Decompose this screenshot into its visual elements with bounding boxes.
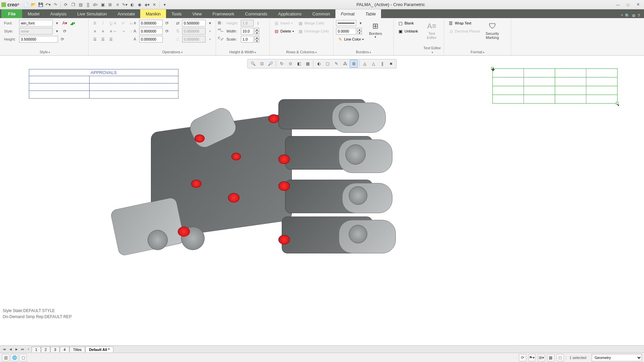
indent-dec-button[interactable]: ⇤: [111, 27, 119, 35]
line-style-preview[interactable]: [336, 20, 356, 26]
tab-view[interactable]: View: [187, 9, 207, 18]
align-left-button[interactable]: ≡: [91, 27, 99, 35]
display-style-icon[interactable]: ◐: [315, 60, 323, 68]
wrap-text-button[interactable]: ☰ Wrap Text: [447, 19, 482, 27]
grid-icon[interactable]: ▦: [547, 354, 554, 361]
merge-cells-button[interactable]: ▦ Merge Cells: [297, 19, 330, 27]
help-icon[interactable]: ?: [638, 13, 640, 18]
security-marking-button[interactable]: 🛡 Security Marking: [483, 19, 502, 41]
zoom-in-icon[interactable]: 🔍: [249, 60, 257, 68]
annot-display-icon[interactable]: ✎: [332, 60, 340, 68]
selection-filter-select[interactable]: Geometry: [592, 354, 642, 361]
sheet-add-button[interactable]: +: [25, 346, 32, 352]
super-button[interactable]: x²: [119, 19, 127, 27]
tree-toggle-icon[interactable]: 🌐: [11, 354, 18, 361]
group-label-rc[interactable]: Rows & Columns: [272, 49, 330, 55]
tab-model[interactable]: Model: [22, 9, 45, 18]
margin-v-input[interactable]: [182, 28, 206, 35]
maximize-button[interactable]: □: [623, 1, 633, 8]
borders-button[interactable]: ⊞ Borders ▾: [366, 19, 385, 40]
char-spacing-input[interactable]: [139, 28, 163, 35]
indent-inc-button[interactable]: ⇥: [119, 27, 127, 35]
blank-button[interactable]: ▢ Blank: [396, 19, 419, 27]
tab-common[interactable]: Common: [307, 9, 335, 18]
zoom-out-icon[interactable]: 🔎: [267, 60, 275, 68]
csys-display-icon[interactable]: ⊞: [350, 60, 358, 68]
qat-refit-icon[interactable]: ⊞: [107, 1, 113, 8]
hw-scale-input[interactable]: [241, 36, 254, 43]
align-center-button[interactable]: ≡: [99, 27, 107, 35]
pause-icon[interactable]: ‖: [378, 60, 386, 68]
tab-tools[interactable]: Tools: [166, 9, 187, 18]
qat-save-icon[interactable]: 💾: [37, 1, 44, 8]
selected-table[interactable]: ✥ ↘: [492, 68, 617, 103]
font-select[interactable]: [19, 20, 53, 26]
sheet-first-icon[interactable]: ⏮: [1, 346, 7, 352]
graphics-canvas[interactable]: APPROVALS ✥ ↘: [0, 56, 644, 345]
tab-table[interactable]: Table: [360, 9, 381, 18]
margin-o-input[interactable]: [182, 36, 206, 43]
model-3d-view[interactable]: [124, 82, 470, 304]
scale-spinner[interactable]: ▲▼: [255, 36, 259, 43]
tab-annotate[interactable]: Annotate: [112, 9, 140, 18]
hw-width-input[interactable]: [241, 28, 254, 35]
qat-draw-icon[interactable]: ✎▾: [121, 1, 128, 8]
sel-filter2-icon[interactable]: △: [370, 60, 378, 68]
sheet-tab-2[interactable]: 2: [41, 347, 50, 352]
qat-redo-icon[interactable]: ↷: [52, 1, 59, 8]
sync2-icon[interactable]: ⟳: [164, 28, 170, 35]
qat-layers-icon[interactable]: ≡: [114, 1, 121, 8]
qat-open-icon[interactable]: 📂: [30, 1, 37, 8]
box-select-icon[interactable]: ◻: [556, 354, 564, 361]
font-dropdown-icon[interactable]: ▾: [54, 20, 60, 26]
width-spinner[interactable]: ▲▼: [255, 28, 259, 35]
hw-equal-icon[interactable]: ↕: [255, 20, 261, 26]
qat-regenerate-icon[interactable]: ⟳: [62, 1, 69, 8]
sheet-tab-titles[interactable]: Titles: [69, 347, 86, 352]
sheet-tab-default-all[interactable]: Default All *: [85, 347, 113, 352]
group-label-style[interactable]: Style: [4, 49, 86, 55]
line-color-button[interactable]: ✎ Line Color ▾: [336, 36, 365, 43]
kerning-input[interactable]: [139, 36, 163, 43]
text-editor-button[interactable]: A≡ Text Editor: [423, 19, 440, 41]
group-label-operations[interactable]: Operations: [131, 49, 213, 55]
o-dropdown[interactable]: ▾: [207, 36, 213, 43]
tab-framework[interactable]: Framework: [207, 9, 240, 18]
sheet-tab-3[interactable]: 3: [50, 347, 60, 352]
v-dropdown[interactable]: ▾: [207, 28, 213, 35]
qat-windows-icon[interactable]: ❐: [70, 1, 76, 8]
insert-button[interactable]: ⊞ Insert ▾: [272, 19, 295, 27]
qat-undo-icon[interactable]: ↶▾: [45, 1, 51, 8]
tab-commands[interactable]: Commands: [240, 9, 273, 18]
qat-render1-icon[interactable]: ◐: [129, 1, 136, 8]
spin-center-icon[interactable]: ⊙: [286, 60, 294, 68]
group-label-hw[interactable]: Height & Width: [219, 49, 267, 55]
group-label-borders[interactable]: Borders: [336, 49, 391, 55]
sheet-next-icon[interactable]: ▶: [13, 346, 19, 352]
line-style-dropdown-icon[interactable]: ▾: [357, 20, 364, 26]
sheet-last-icon[interactable]: ⏭: [19, 346, 25, 352]
qat-x-icon[interactable]: ✕: [151, 1, 158, 8]
nav-toggle-icon[interactable]: ▥: [2, 354, 9, 361]
sync-style-icon[interactable]: ⟳: [61, 28, 68, 35]
hw-height-input[interactable]: [241, 20, 254, 26]
line-spacing-input[interactable]: [139, 20, 163, 26]
bold-button[interactable]: B: [91, 19, 99, 27]
decimal-places-button[interactable]: .0 Decimal Places: [447, 27, 482, 35]
style-select[interactable]: [19, 28, 53, 35]
sync1-icon[interactable]: ⟳: [164, 20, 170, 26]
view-saved-icon[interactable]: ▦: [304, 60, 312, 68]
search-commands-icon[interactable]: 🔍: [625, 13, 630, 18]
sel-filter1-icon[interactable]: ◬: [361, 60, 369, 68]
zoom-fit-icon[interactable]: ⊡: [258, 60, 266, 68]
strike-button[interactable]: A: [111, 19, 119, 27]
border-width-input[interactable]: [336, 28, 356, 35]
sheet-tab-1[interactable]: 1: [32, 347, 41, 352]
qat-new-icon[interactable]: 📄: [22, 1, 29, 8]
group-label-text-editor[interactable]: Text Editor: [423, 45, 441, 55]
qat-go-icon[interactable]: ▣: [99, 1, 106, 8]
qat-brackets-icon[interactable]: []: [85, 1, 91, 8]
sheet-prev-icon[interactable]: ◀: [7, 346, 13, 352]
qat-render2-icon[interactable]: ◉: [136, 1, 143, 8]
table-move-handle[interactable]: ✥: [491, 67, 494, 70]
